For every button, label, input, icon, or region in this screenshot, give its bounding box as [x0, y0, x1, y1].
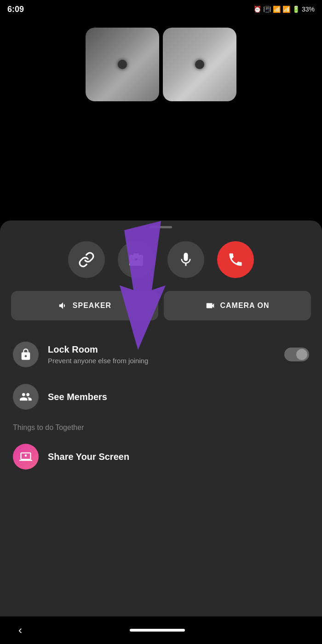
- svg-point-0: [25, 454, 27, 457]
- alarm-icon: ⏰: [253, 6, 261, 13]
- see-members-text: See Members: [48, 392, 309, 402]
- home-indicator[interactable]: [130, 629, 185, 632]
- battery-percent: 33%: [302, 6, 315, 13]
- video-thumb-1: [86, 28, 159, 101]
- vibrate-icon: 📳: [263, 6, 271, 13]
- wifi-icon: 📶: [273, 6, 281, 13]
- lock-room-toggle[interactable]: [284, 348, 309, 361]
- share-screen-text: Share Your Screen: [48, 452, 309, 462]
- mute-button[interactable]: [167, 241, 204, 278]
- video-thumb-2: [163, 28, 236, 101]
- share-screen-title: Share Your Screen: [48, 452, 309, 462]
- see-members-item[interactable]: See Members: [11, 376, 311, 418]
- share-screen-item[interactable]: Share Your Screen: [11, 435, 311, 478]
- controls-row: [11, 241, 311, 278]
- lock-room-title: Lock Room: [48, 344, 275, 355]
- battery-icon: 🔋: [292, 6, 300, 13]
- section-label: Things to do Together: [11, 418, 311, 435]
- speaker-button[interactable]: SPEAKER: [11, 291, 158, 320]
- lock-room-icon: [13, 342, 39, 367]
- status-time: 6:09: [7, 5, 24, 14]
- share-screen-icon: [13, 444, 39, 470]
- nav-bar: ‹: [0, 616, 322, 644]
- action-row: SPEAKER CAMERA ON: [11, 291, 311, 320]
- end-call-button[interactable]: [217, 241, 254, 278]
- signal-icon: 📶: [282, 6, 290, 13]
- speaker-label: SPEAKER: [73, 302, 111, 310]
- see-members-icon: [13, 384, 39, 410]
- camera-label: CAMERA ON: [220, 302, 269, 310]
- status-icons: ⏰ 📳 📶 📶 🔋 33%: [253, 6, 315, 13]
- lock-room-subtitle: Prevent anyone else from joining: [48, 357, 275, 365]
- lock-room-item[interactable]: Lock Room Prevent anyone else from joini…: [11, 333, 311, 376]
- link-button[interactable]: [68, 241, 105, 278]
- lock-room-text: Lock Room Prevent anyone else from joini…: [48, 344, 275, 365]
- see-members-title: See Members: [48, 392, 309, 402]
- drag-handle[interactable]: [150, 226, 172, 228]
- bottom-sheet: SPEAKER CAMERA ON Lock Room Prevent anyo…: [0, 220, 322, 644]
- video-area: [0, 18, 322, 110]
- camera-button[interactable]: CAMERA ON: [164, 291, 311, 320]
- flip-camera-button[interactable]: [118, 241, 155, 278]
- status-bar: 6:09 ⏰ 📳 📶 📶 🔋 33%: [0, 0, 322, 18]
- back-button[interactable]: ‹: [18, 624, 22, 637]
